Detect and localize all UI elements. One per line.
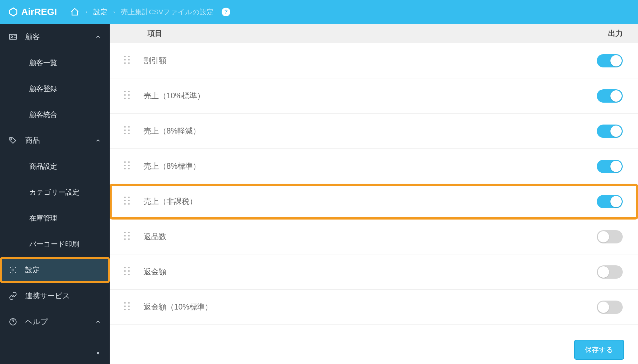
output-toggle[interactable]	[597, 301, 623, 314]
table-row: 売上（10%標準）	[110, 78, 638, 114]
chevron-up-icon	[95, 137, 101, 143]
sidebar-item-product-settings[interactable]: 商品設定	[0, 153, 110, 179]
output-toggle[interactable]	[597, 230, 623, 243]
drag-handle-icon[interactable]	[124, 126, 131, 136]
row-label: 割引額	[144, 55, 597, 66]
chevron-right-icon: ›	[85, 9, 87, 15]
id-card-icon	[9, 33, 17, 41]
drag-handle-icon[interactable]	[124, 161, 131, 171]
sidebar-item-settings[interactable]: 設定	[0, 257, 110, 283]
chevron-right-icon: ›	[113, 9, 115, 15]
row-label: 返品数	[144, 231, 597, 242]
output-toggle[interactable]	[597, 160, 623, 173]
output-toggle[interactable]	[597, 265, 623, 279]
breadcrumb-current: 売上集計CSVファイルの設定	[121, 7, 214, 17]
table-row: 売上（8%軽減）	[110, 114, 638, 149]
drag-handle-icon[interactable]	[124, 91, 131, 101]
main-content: 項目 出力 割引額売上（10%標準）売上（8%軽減）売上（8%標準）売上（非課税…	[110, 24, 638, 364]
sidebar-item-link-services[interactable]: 連携サービス	[0, 283, 110, 309]
rows-list: 割引額売上（10%標準）売上（8%軽減）売上（8%標準）売上（非課税）返品数返金…	[110, 43, 638, 335]
sidebar-item-label: 設定	[25, 265, 101, 275]
svg-point-3	[12, 269, 14, 271]
sidebar-item-customer-register[interactable]: 顧客登録	[0, 76, 110, 102]
row-label: 売上（8%標準）	[144, 161, 597, 171]
gear-icon	[9, 266, 17, 274]
row-label: 売上（10%標準）	[144, 91, 597, 101]
sidebar-item-label: 顧客	[25, 32, 95, 42]
table-row: 売上（8%標準）	[110, 149, 638, 184]
svg-rect-0	[9, 34, 17, 39]
table-row: 返金額（10%標準）	[110, 290, 638, 325]
table-row: 返金額（8%軽減）	[110, 325, 638, 335]
sidebar: 顧客 顧客一覧 顧客登録 顧客統合 商品 商品設定 カテゴリー設定 在庫管理 バ…	[0, 24, 110, 364]
home-icon[interactable]	[70, 7, 79, 17]
sidebar-item-stock[interactable]: 在庫管理	[0, 205, 110, 231]
drag-handle-icon[interactable]	[124, 56, 131, 66]
row-label: 返金額（10%標準）	[144, 302, 597, 312]
footer: 保存する	[110, 335, 638, 364]
chevrons-left-icon: ‹‹	[97, 349, 98, 356]
drag-handle-icon[interactable]	[124, 232, 131, 242]
sidebar-item-customer-list[interactable]: 顧客一覧	[0, 50, 110, 76]
sidebar-item-customer-merge[interactable]: 顧客統合	[0, 102, 110, 128]
sidebar-item-barcode[interactable]: バーコード印刷	[0, 231, 110, 257]
drag-handle-icon[interactable]	[124, 267, 131, 277]
help-circle-icon	[9, 318, 17, 326]
output-toggle[interactable]	[597, 89, 623, 103]
column-header-output: 出力	[608, 29, 623, 39]
sidebar-item-customer[interactable]: 顧客	[0, 24, 110, 50]
table-row: 売上（非課税）	[110, 184, 638, 219]
help-icon[interactable]: ?	[222, 8, 230, 16]
table-header: 項目 出力	[110, 24, 638, 43]
table-row: 返金額	[110, 254, 638, 290]
app-header: AirREGI › 設定 › 売上集計CSVファイルの設定 ?	[0, 0, 638, 24]
output-toggle[interactable]	[597, 195, 623, 208]
row-label: 売上（非課税）	[144, 196, 597, 207]
drag-handle-icon[interactable]	[124, 302, 131, 312]
row-label: 返金額	[144, 267, 597, 277]
output-toggle[interactable]	[597, 125, 623, 138]
table-row: 返品数	[110, 219, 638, 254]
chevron-up-icon	[95, 319, 101, 325]
app-logo[interactable]: AirREGI	[8, 7, 57, 17]
tag-icon	[9, 136, 17, 145]
svg-point-2	[11, 138, 12, 139]
chevron-up-icon	[95, 34, 101, 40]
sidebar-item-label: 商品	[25, 136, 95, 145]
sidebar-item-label: 連携サービス	[25, 291, 101, 301]
sidebar-item-product[interactable]: 商品	[0, 128, 110, 153]
save-button[interactable]: 保存する	[574, 340, 624, 360]
table-row: 割引額	[110, 43, 638, 78]
column-header-item: 項目	[148, 29, 162, 39]
sidebar-item-label: ヘルプ	[25, 317, 95, 327]
breadcrumb: › 設定 › 売上集計CSVファイルの設定 ?	[70, 7, 230, 17]
logo-text: AirREGI	[21, 7, 57, 17]
sidebar-item-category-settings[interactable]: カテゴリー設定	[0, 179, 110, 205]
breadcrumb-settings[interactable]: 設定	[93, 7, 107, 17]
row-label: 売上（8%軽減）	[144, 126, 597, 136]
sidebar-collapse-button[interactable]: ‹‹	[0, 341, 110, 364]
drag-handle-icon[interactable]	[124, 197, 131, 207]
sidebar-item-help[interactable]: ヘルプ	[0, 309, 110, 335]
logo-icon	[8, 7, 19, 17]
svg-point-1	[11, 36, 12, 37]
link-icon	[9, 292, 17, 300]
output-toggle[interactable]	[597, 54, 623, 67]
